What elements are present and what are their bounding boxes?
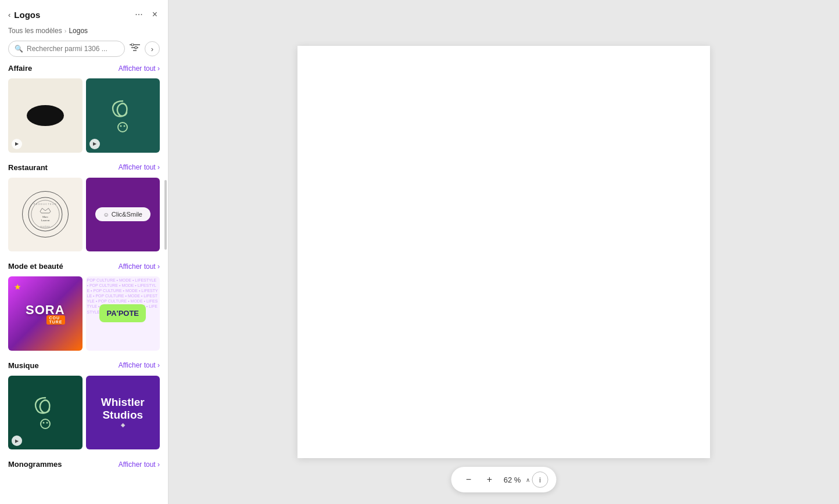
category-musique-header: Musique Afficher tout › — [8, 361, 160, 370]
zoom-arrow-icon[interactable]: ∧ — [526, 477, 530, 483]
breadcrumb-parent[interactable]: Tous les modèles — [8, 27, 62, 35]
template-card[interactable]: ☺ Clic&Smile — [86, 178, 160, 252]
mushroom-logo — [25, 104, 66, 127]
panel-title: Logos — [14, 10, 40, 20]
play-badge: ▶ — [12, 139, 22, 149]
info-button[interactable]: i — [532, 471, 548, 488]
category-musique-title: Musique — [8, 361, 39, 370]
musique-grid: ▶ Whistler Studios ◈ — [8, 376, 160, 450]
zoom-in-button[interactable]: + — [481, 470, 499, 489]
template-card[interactable]: ▶ — [8, 78, 83, 153]
svg-text:PRODUCTEUR: PRODUCTEUR — [34, 203, 57, 206]
category-mode: Mode et beauté Afficher tout › ★ SORA CO… — [8, 262, 160, 351]
svg-text:Marc: Marc — [42, 215, 48, 218]
search-box[interactable]: 🔍 — [8, 41, 125, 57]
canvas-white[interactable] — [297, 46, 710, 458]
template-card[interactable]: ★ SORA COUTURE — [8, 276, 83, 351]
affaire-grid: ▶ ▶ — [8, 78, 160, 153]
search-input[interactable] — [27, 45, 119, 53]
snake-instrument-icon — [102, 95, 143, 136]
musique-snake-icon — [25, 392, 66, 433]
category-monogrammes-header: Monogrammes Afficher tout › — [8, 460, 160, 469]
svg-point-16 — [41, 419, 50, 429]
breadcrumb-separator: › — [64, 27, 67, 34]
mode-grid: ★ SORA COUTURE POP CULTURE • MODE • LIFE… — [8, 276, 160, 351]
svg-point-3 — [131, 44, 134, 46]
category-affaire: Affaire Afficher tout › ▶ — [8, 64, 160, 153]
sora-logo: SORA COUTURE — [26, 303, 65, 325]
restaurant-afficher-tout[interactable]: Afficher tout › — [119, 163, 160, 171]
breadcrumb-current: Logos — [69, 27, 88, 35]
svg-point-4 — [135, 46, 137, 49]
svg-point-8 — [120, 125, 122, 127]
sora-star-icon: ★ — [14, 282, 21, 291]
close-button[interactable]: × — [150, 8, 160, 21]
main-area: − + 62 % ∧ i — [168, 0, 839, 504]
category-restaurant-header: Restaurant Afficher tout › — [8, 163, 160, 172]
affaire-afficher-tout[interactable]: Afficher tout › — [119, 64, 160, 73]
zoom-value: 62 % — [501, 476, 524, 484]
panel-content: Affaire Afficher tout › ▶ — [0, 64, 168, 504]
template-card[interactable]: POP CULTURE • MODE • LIFESTYLE • POP CUL… — [86, 276, 160, 351]
template-card[interactable]: ▶ — [8, 376, 83, 450]
scrollbar-track — [164, 75, 167, 504]
category-restaurant: Restaurant Afficher tout › Marc L — [8, 163, 160, 252]
filter-icon[interactable] — [130, 44, 140, 54]
template-card[interactable]: Whistler Studios ◈ — [86, 376, 160, 450]
template-card[interactable]: Marc Laurent PRODUCTEUR RIVÈRE — [8, 178, 83, 252]
clic-smile-logo: ☺ Clic&Smile — [95, 207, 150, 221]
svg-rect-6 — [40, 116, 51, 123]
category-musique: Musique Afficher tout › ▶ — [8, 361, 160, 450]
expand-panel-button[interactable]: › — [145, 41, 160, 56]
whistler-studios-logo: Whistler Studios ◈ — [101, 396, 145, 429]
bottom-toolbar: − + 62 % ∧ i — [451, 467, 557, 492]
svg-text:RIVÈRE: RIVÈRE — [40, 225, 50, 228]
panel-header-actions: ··· × — [132, 8, 160, 21]
more-options-button[interactable]: ··· — [132, 8, 145, 21]
svg-point-7 — [118, 123, 127, 132]
svg-point-9 — [124, 125, 126, 127]
scrollbar-thumb — [164, 180, 167, 250]
category-affaire-title: Affaire — [8, 64, 32, 73]
svg-point-17 — [42, 422, 44, 424]
musique-afficher-tout[interactable]: Afficher tout › — [119, 361, 160, 369]
search-icon: 🔍 — [15, 45, 23, 53]
svg-point-18 — [46, 422, 48, 424]
panel-title-group: ‹ Logos — [8, 10, 40, 20]
breadcrumb: Tous les modèles › Logos — [0, 27, 168, 41]
canvas-area — [168, 0, 839, 504]
category-monogrammes-title: Monogrammes — [8, 460, 62, 469]
left-panel: ‹ Logos ··· × Tous les modèles › Logos 🔍 — [0, 0, 168, 504]
zoom-out-button[interactable]: − — [460, 470, 478, 489]
search-row: 🔍 › — [0, 41, 168, 64]
papote-logo: PA'POTE — [99, 304, 146, 322]
template-card[interactable]: ▶ — [86, 78, 160, 153]
panel-header: ‹ Logos ··· × — [0, 0, 168, 27]
play-badge: ▶ — [89, 139, 100, 149]
monogrammes-afficher-tout[interactable]: Afficher tout › — [119, 460, 160, 469]
play-badge: ▶ — [12, 435, 22, 446]
category-monogrammes: Monogrammes Afficher tout › — [8, 460, 160, 469]
category-restaurant-title: Restaurant — [8, 163, 48, 172]
category-mode-title: Mode et beauté — [8, 262, 63, 271]
category-mode-header: Mode et beauté Afficher tout › — [8, 262, 160, 271]
marc-laurent-logo: Marc Laurent PRODUCTEUR RIVÈRE — [22, 191, 69, 237]
category-affaire-header: Affaire Afficher tout › — [8, 64, 160, 73]
back-button[interactable]: ‹ — [8, 10, 10, 19]
restaurant-grid: Marc Laurent PRODUCTEUR RIVÈRE ☺ Clic&Sm… — [8, 178, 160, 252]
mode-afficher-tout[interactable]: Afficher tout › — [119, 262, 160, 271]
svg-text:Laurent: Laurent — [41, 219, 50, 222]
